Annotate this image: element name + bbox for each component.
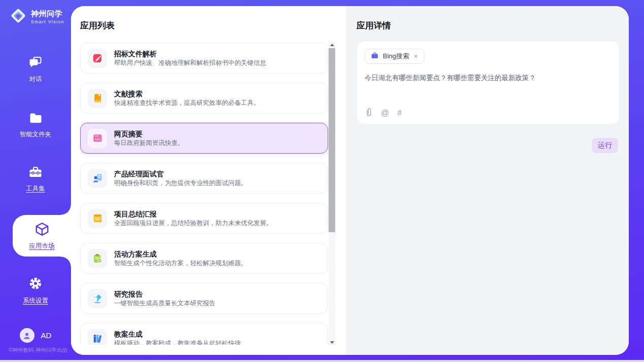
attachment-icon[interactable] <box>365 107 373 119</box>
app-icon-tile <box>88 89 107 108</box>
sidebar-item-label: 应用市场 <box>29 242 55 250</box>
app-card-title: 产品经理面试官 <box>114 169 247 179</box>
person-icon <box>22 331 31 340</box>
app-card-title: 网页摘要 <box>114 129 184 139</box>
brand-subtitle: Smart Vision <box>31 19 64 24</box>
app-card-title: 活动方案生成 <box>114 249 247 259</box>
gear-icon <box>28 276 43 293</box>
app-card-title: 研究报告 <box>114 289 216 299</box>
chat-icon <box>28 56 43 71</box>
avatar <box>20 328 34 343</box>
app-card-title: 教案生成 <box>114 329 241 339</box>
sidebar: 神州问学 Smart Vision 对话 智能文件夹 <box>0 0 71 362</box>
user-initials: AD <box>41 331 52 340</box>
scrollbar-thumb[interactable] <box>329 48 335 232</box>
app-list-title: 应用列表 <box>80 20 115 31</box>
app-icon-tile <box>88 249 107 268</box>
app-card-project-summary[interactable]: 项目总结汇报 全面回顾项目进展，总结经验教训，助力未来优化发展。 <box>80 203 328 234</box>
cube-icon <box>34 222 50 239</box>
sidebar-item-settings[interactable]: 系统设置 <box>0 276 71 305</box>
hashtag-icon[interactable]: # <box>397 109 402 117</box>
app-list: 招标文件解析 帮助用户快速、准确地理解和解析招标书中的关键信息 文献搜索 快速精… <box>80 43 328 345</box>
sidebar-item-toolset[interactable]: 工具集 <box>0 166 71 193</box>
user-account[interactable]: AD <box>0 328 71 343</box>
app-card-research-report[interactable]: 研究报告 一键智能生成高质量长文本研究报告 <box>80 283 328 314</box>
app-icon-tile <box>88 169 107 188</box>
run-button[interactable]: 运行 <box>592 138 618 153</box>
main-panel: 应用列表 招标文件解析 帮助用户快速、准确地理解和解析招标书中的关键信息 <box>71 6 629 355</box>
app-card-bid-parse[interactable]: 招标文件解析 帮助用户快速、准确地理解和解析招标书中的关键信息 <box>80 43 328 74</box>
app-card-description: 每日政府新闻资讯快查。 <box>114 139 184 148</box>
brand-logo: 神州问学 Smart Vision <box>9 7 64 27</box>
tool-tag-label: Bing搜索 <box>383 52 409 61</box>
app-icon-tile: </> <box>88 129 107 148</box>
sidebar-item-label: 智能文件夹 <box>20 130 52 139</box>
app-icon-tile <box>88 49 107 68</box>
sidebar-active-bubble: 应用市场 <box>13 215 71 257</box>
browser-code-icon: </> <box>92 133 103 143</box>
book-icon <box>92 93 103 103</box>
app-card-description: 明确身份和职责，为您提供专业性的面试问题。 <box>114 179 247 188</box>
window-bottom-edge <box>0 360 644 362</box>
prompt-input[interactable]: 今日湖北有哪些新闻要点？有哪些需要关注的最新政策？ <box>365 73 612 103</box>
app-icon-tile <box>88 209 107 228</box>
sidebar-item-label: 工具集 <box>26 185 45 193</box>
diamond-logo-icon <box>9 7 27 27</box>
mention-icon[interactable]: @ <box>381 109 389 117</box>
tool-tag-bing-search[interactable]: Bing搜索 × <box>365 49 424 64</box>
sidebar-item-app-market[interactable]: 应用市场 <box>13 215 71 257</box>
list-scrollbar[interactable] <box>329 42 335 346</box>
folder-icon <box>29 112 43 126</box>
app-icon-tile <box>88 329 107 345</box>
app-card-description: 快速精准查找学术资源，提高研究效率的必备工具。 <box>114 99 260 108</box>
research-icon <box>92 293 103 304</box>
sidebar-item-label: 系统设置 <box>23 297 48 305</box>
sidebar-item-chat[interactable]: 对话 <box>0 56 71 84</box>
app-card-event-plan[interactable]: 活动方案生成 智能生成个性化活动方案，轻松解决规划难题。 <box>80 243 328 274</box>
app-card-title: 招标文件解析 <box>114 49 266 59</box>
brand-name: 神州问学 <box>31 9 64 19</box>
editor-toolbar: @ # <box>365 107 402 119</box>
prompt-card: Bing搜索 × 今日湖北有哪些新闻要点？有哪些需要关注的最新政策？ @ # <box>356 41 620 125</box>
interviewer-icon <box>92 173 103 184</box>
app-card-description: 一键智能生成高质量长文本研究报告 <box>114 299 216 308</box>
edit-square-icon <box>92 53 103 63</box>
copyright-footer: ©神州数码·神州问学出品 <box>0 347 76 354</box>
svg-text:</>: </> <box>95 138 100 141</box>
app-icon-tile <box>88 289 107 308</box>
toolbox-icon <box>28 166 43 180</box>
sidebar-item-smart-folder[interactable]: 智能文件夹 <box>0 112 71 139</box>
books-icon <box>92 333 103 344</box>
app-detail-title: 应用详情 <box>356 20 391 31</box>
app-card-title: 项目总结汇报 <box>114 209 273 219</box>
app-card-title: 文献搜索 <box>114 89 260 99</box>
scrollbar-up-arrow[interactable] <box>329 42 335 48</box>
app-card-pm-interviewer[interactable]: 产品经理面试官 明确身份和职责，为您提供专业性的面试问题。 <box>80 163 328 194</box>
app-card-literature-search[interactable]: 文献搜索 快速精准查找学术资源，提高研究效率的必备工具。 <box>80 83 328 114</box>
app-card-description: 全面回顾项目进展，总结经验教训，助力未来优化发展。 <box>114 219 273 228</box>
close-icon[interactable]: × <box>413 53 418 60</box>
app-card-web-summary[interactable]: </> 网页摘要 每日政府新闻资讯快查。 <box>80 123 328 154</box>
app-card-lesson-plan[interactable]: 教案生成 模板驱动，教案秒成，教学准备从此轻松快捷 <box>80 323 328 345</box>
app-list-panel: 应用列表 招标文件解析 帮助用户快速、准确地理解和解析招标书中的关键信息 <box>71 6 346 355</box>
scrollbar-down-arrow[interactable] <box>329 339 335 346</box>
app-detail-panel: 应用详情 Bing搜索 × 今日湖北有哪些新闻要点？有哪些需要关注的最新政策？ <box>346 6 629 355</box>
sidebar-item-label: 对话 <box>29 75 42 84</box>
briefcase-icon <box>371 52 379 61</box>
app-card-description: 模板驱动，教案秒成，教学准备从此轻松快捷 <box>114 339 241 345</box>
app-card-description: 智能生成个性化活动方案，轻松解决规划难题。 <box>114 259 247 268</box>
app-card-description: 帮助用户快速、准确地理解和解析招标书中的关键信息 <box>114 59 266 68</box>
note-icon <box>92 213 103 224</box>
clipboard-check-icon <box>92 253 103 264</box>
